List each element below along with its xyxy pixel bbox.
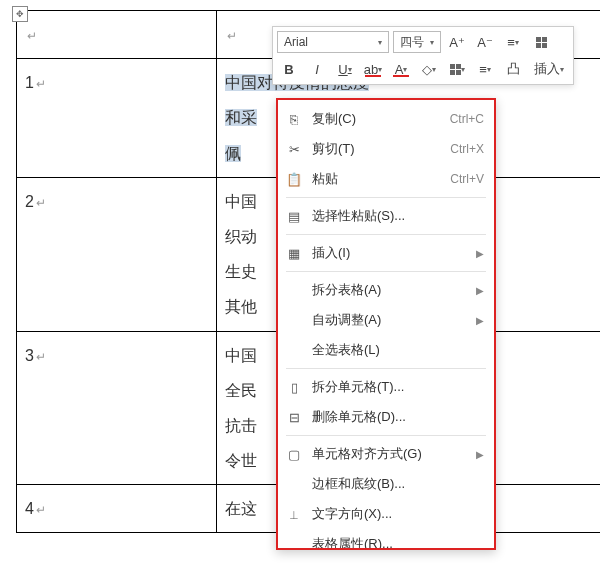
menu-item-label: 选择性粘贴(S)... [312, 207, 484, 225]
menu-item-icon: ⎘ [286, 111, 302, 127]
menu-item-label: 插入(I) [312, 244, 466, 262]
menu-item-icon [286, 312, 302, 328]
menu-separator [286, 234, 486, 235]
menu-separator [286, 197, 486, 198]
menu-item-label: 拆分表格(A) [312, 281, 466, 299]
menu-shortcut: Ctrl+C [450, 112, 484, 126]
line-spacing-icon[interactable]: ≡▾ [501, 31, 525, 53]
paragraph-mark: ↵ [27, 29, 37, 43]
menu-item[interactable]: ▢单元格对齐方式(G)▶ [278, 439, 494, 469]
menu-item-label: 剪切(T) [312, 140, 440, 158]
menu-item[interactable]: ⟂文字方向(X)... [278, 499, 494, 529]
menu-shortcut: Ctrl+X [450, 142, 484, 156]
menu-item[interactable]: 边框和底纹(B)... [278, 469, 494, 499]
italic-button[interactable]: I [305, 58, 329, 80]
highlight-button[interactable]: ab▾ [361, 58, 385, 80]
menu-item-label: 拆分单元格(T)... [312, 378, 484, 396]
menu-item-icon [286, 476, 302, 492]
insert-menu[interactable]: 插入▾ [529, 58, 569, 80]
menu-separator [286, 368, 486, 369]
menu-item-icon: ▤ [286, 208, 302, 224]
menu-item-icon [286, 282, 302, 298]
menu-item[interactable]: ⎘复制(C)Ctrl+C [278, 104, 494, 134]
menu-separator [286, 435, 486, 436]
menu-item[interactable]: ✂剪切(T)Ctrl+X [278, 134, 494, 164]
font-select[interactable]: Arial▾ [277, 31, 389, 53]
menu-item[interactable]: ⊟删除单元格(D)... [278, 402, 494, 432]
menu-item-icon: ▢ [286, 446, 302, 462]
menu-item-icon: ▯ [286, 379, 302, 395]
menu-item-label: 全选表格(L) [312, 341, 484, 359]
clear-format-icon[interactable]: ◇▾ [417, 58, 441, 80]
menu-item-icon: ▦ [286, 245, 302, 261]
menu-item-label: 自动调整(A) [312, 311, 466, 329]
insert-table-icon[interactable] [529, 31, 553, 53]
font-size-select[interactable]: 四号▾ [393, 31, 441, 53]
context-menu: ⎘复制(C)Ctrl+C✂剪切(T)Ctrl+X📋粘贴Ctrl+V▤选择性粘贴(… [276, 98, 496, 550]
menu-item-label: 删除单元格(D)... [312, 408, 484, 426]
indent-button[interactable]: 凸 [501, 58, 525, 80]
underline-button[interactable]: U▾ [333, 58, 357, 80]
menu-item[interactable]: 📋粘贴Ctrl+V [278, 164, 494, 194]
menu-item-label: 表格属性(R)... [312, 535, 484, 550]
table-cell[interactable]: 1↵ [17, 59, 217, 178]
submenu-arrow-icon: ▶ [476, 449, 484, 460]
table-cell[interactable]: 2↵ [17, 177, 217, 331]
menu-item[interactable]: 表格属性(R)... [278, 529, 494, 550]
menu-item-label: 边框和底纹(B)... [312, 475, 484, 493]
mini-toolbar: Arial▾ 四号▾ A⁺ A⁻ ≡▾ B I U▾ ab▾ A▾ ◇▾ ▾ ≡… [272, 26, 574, 85]
menu-item[interactable]: 全选表格(L) [278, 335, 494, 365]
menu-item-icon [286, 536, 302, 550]
menu-item-icon: 📋 [286, 171, 302, 187]
borders-button[interactable]: ▾ [445, 58, 469, 80]
menu-item[interactable]: ▤选择性粘贴(S)... [278, 201, 494, 231]
submenu-arrow-icon: ▶ [476, 285, 484, 296]
align-button[interactable]: ≡▾ [473, 58, 497, 80]
menu-item-label: 单元格对齐方式(G) [312, 445, 466, 463]
menu-item-label: 粘贴 [312, 170, 440, 188]
table-cell[interactable]: 3↵ [17, 331, 217, 485]
menu-item-icon: ⊟ [286, 409, 302, 425]
decrease-font-icon[interactable]: A⁻ [473, 31, 497, 53]
menu-item-label: 文字方向(X)... [312, 505, 484, 523]
menu-shortcut: Ctrl+V [450, 172, 484, 186]
font-color-button[interactable]: A▾ [389, 58, 413, 80]
menu-item[interactable]: ▦插入(I)▶ [278, 238, 494, 268]
menu-item[interactable]: 自动调整(A)▶ [278, 305, 494, 335]
menu-item-icon [286, 342, 302, 358]
menu-item-icon: ⟂ [286, 506, 302, 522]
table-move-handle[interactable]: ✥ [12, 6, 28, 22]
menu-separator [286, 271, 486, 272]
table-cell[interactable]: 4↵ [17, 485, 217, 533]
table-cell[interactable]: ↵ [17, 11, 217, 59]
menu-item[interactable]: ▯拆分单元格(T)... [278, 372, 494, 402]
bold-button[interactable]: B [277, 58, 301, 80]
increase-font-icon[interactable]: A⁺ [445, 31, 469, 53]
submenu-arrow-icon: ▶ [476, 315, 484, 326]
menu-item-icon: ✂ [286, 141, 302, 157]
submenu-arrow-icon: ▶ [476, 248, 484, 259]
menu-item[interactable]: 拆分表格(A)▶ [278, 275, 494, 305]
menu-item-label: 复制(C) [312, 110, 440, 128]
